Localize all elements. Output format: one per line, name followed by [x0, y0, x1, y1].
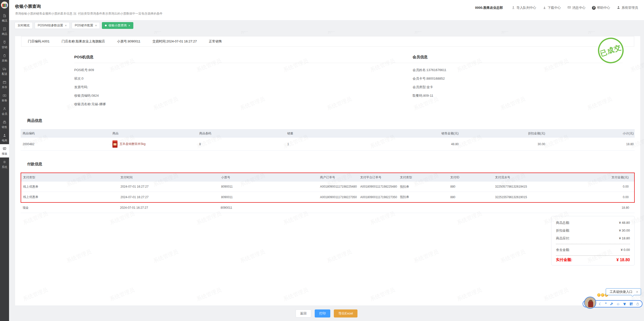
close-icon[interactable]: × [636, 290, 638, 294]
shift-no: 班次:0 [74, 77, 413, 80]
store-code: 门店编码:A001 [28, 39, 50, 44]
sidebar-item-member[interactable]: 会员 [0, 104, 9, 118]
grid-blocks-icon[interactable] [629, 302, 633, 306]
product-cell: 五丰盘锦蟹田米5kg [112, 140, 199, 148]
col-header: 支付金额(元) [601, 175, 634, 180]
sidebar-item-label: 系统 [2, 166, 7, 169]
section-title: 会员信息 [413, 55, 623, 60]
receipt-detail-card: 门店编码:A001 门店名称:殷果农业上海旗舰店 小票号:8090011 交易时… [15, 36, 640, 305]
pay-flow-no: 3225057786132619415 [495, 185, 601, 188]
payment-row-cash: 现金 2024-07-01 16:27:27 8090011 18.80 [21, 203, 635, 213]
sidebar-item-label: 配送 [2, 73, 7, 75]
lock-icon[interactable] [636, 302, 639, 306]
presentation-board-icon [3, 147, 7, 152]
tab-receipt-query[interactable]: 收银小票查询 × [102, 22, 133, 29]
close-icon[interactable]: × [128, 24, 130, 27]
product-table: 商品编码 商品 商品条码 销量 销售金额(元) 折扣金额(元) 小计(元) 20… [21, 129, 635, 151]
import-queue-center-link[interactable]: 导入队列中心 [511, 6, 536, 10]
pay-time: 2024-07-01 16:27:27 [120, 185, 221, 188]
emoji-face-icon [597, 293, 600, 297]
wrench-icon[interactable] [610, 302, 613, 306]
sidebar: 概况 商品 营销 采购 配送 库存 财务 会员 [0, 0, 9, 321]
sidebar-item-label: 会员 [2, 113, 7, 115]
export-excel-button[interactable]: 导出Excel [334, 309, 357, 317]
member-name: 会员姓名:13761676611 [413, 68, 623, 72]
user-avatar[interactable] [584, 297, 596, 309]
trade-time: 交易时间:2024-07-01 16:27:27 [152, 39, 197, 44]
col-header: 销售金额(元) [370, 131, 459, 136]
download-center-link[interactable]: 下载中心 [543, 6, 561, 10]
product-name-link[interactable]: 五丰盘锦蟹田米5kg [119, 142, 145, 146]
quote-icon[interactable]: ” [605, 302, 607, 306]
sidebar-item-system[interactable]: 系统 [0, 157, 9, 171]
watermark-text: 系统管理员 [65, 31, 93, 35]
sidebar-item-label: 报表 [2, 152, 7, 155]
sidebar-item-sales[interactable]: 销售 [0, 118, 9, 131]
member-card-no: 会员卡号:8800168852 [413, 77, 623, 80]
divider [413, 63, 623, 63]
close-icon[interactable]: × [95, 24, 97, 27]
sidebar-item-overview[interactable]: 概况 [0, 11, 9, 24]
receipt-no: 8090011 [221, 195, 320, 199]
mail-icon [567, 6, 571, 10]
dashed-divider [556, 244, 630, 244]
sidebar-item-goods[interactable]: 商品 [0, 24, 9, 38]
toolbox-widget: 工具箱快捷入口 × 英 ☾ ” ☺ [584, 288, 643, 308]
member-type: 会员类型:金卡 [413, 85, 623, 89]
col-header: 支付时间 [120, 175, 221, 180]
sidebar-item-label: 电商 [2, 139, 7, 142]
payment-row: 线上优惠券 2024-07-01 16:27:27 8090011 A00180… [21, 182, 634, 192]
help-icon: ? [592, 6, 596, 10]
watermark-text: 系统管理员 [326, 31, 353, 35]
store-name: 门店名称:殷果农业上海旗舰店 [62, 39, 105, 44]
payment-table-header: 支付类型 支付时间 小票号 商户订单号 支付平台订单号 支付类型 支付ID 支付… [21, 173, 634, 182]
product-section-title: 商品信息 [27, 118, 640, 123]
back-button[interactable]: 返回 [296, 309, 311, 317]
help-center-link[interactable]: ? 帮助中心 [592, 6, 610, 10]
org-name[interactable]: 0000.殷果农业总部 [475, 6, 503, 10]
pay-flow-no: 3225155786132619015 [495, 195, 601, 199]
emoji-face-icon [601, 293, 604, 297]
merchant-order-no: A001809001117198225480 [320, 185, 360, 188]
sidebar-item-ecommerce[interactable]: 电商 [0, 131, 9, 144]
smiley-icon[interactable]: ☺ [616, 302, 620, 306]
truck-icon [3, 67, 7, 72]
product-row: 2000482 五丰盘锦蟹田米5kg 8 1 48.80 30.00 18.80 [21, 138, 635, 151]
col-header: 商品编码 [21, 131, 112, 136]
tab-realtime-overview[interactable]: 实时概览 [15, 22, 33, 29]
app-logo [1, 2, 8, 9]
receipt-no: 8090011 [221, 206, 319, 209]
col-header: 销量 [287, 131, 370, 136]
content-area: 系统管理员系统管理员系统管理员系统管理员系统管理员系统管理员系统管理员系统管理员… [9, 31, 644, 321]
message-center-link[interactable]: 消息中心 [567, 6, 585, 10]
sidebar-item-finance[interactable]: 财务 [0, 91, 9, 104]
col-header: 支付ID [450, 175, 495, 180]
summary-row-discard: 舍去金额: ¥ 0.00 [556, 246, 630, 254]
sidebar-item-marketing[interactable]: 营销 [0, 38, 9, 51]
print-button[interactable]: 打印 [315, 309, 330, 317]
col-header: 商品 [112, 131, 199, 136]
sidebar-item-reports[interactable]: 报表 [0, 144, 9, 157]
tab-pos-hardware[interactable]: POS硬件配置 × [72, 22, 100, 29]
current-user-menu[interactable]: 系统管理员 [617, 6, 638, 10]
watermark-text: 系统管理员 [152, 31, 179, 35]
document-icon [3, 27, 7, 32]
close-icon[interactable]: × [65, 24, 67, 27]
col-header: 支付类型 [400, 175, 450, 180]
sidebar-item-inventory[interactable]: 库存 [0, 78, 9, 91]
platform-order-no: A001809001117198225480 [360, 185, 400, 188]
tab-posini-params[interactable]: POSINI组参数设置 × [35, 22, 70, 29]
member-info-section: 会员信息 会员姓名:13761676611 会员卡号:8800168852 会员… [413, 55, 623, 106]
pay-amount: 0.00 [601, 185, 634, 188]
product-discount-amount: 30.00 [459, 142, 545, 146]
toolbox-tooltip: 工具箱快捷入口 × [606, 288, 641, 295]
moon-icon[interactable]: ☾ [599, 302, 602, 306]
sidebar-item-purchase[interactable]: 采购 [0, 51, 9, 64]
summary-row-paid-total: 实付金额: ¥ 18.80 [556, 257, 630, 262]
sidebar-item-delivery[interactable]: 配送 [0, 64, 9, 78]
product-qty: 1 [287, 142, 370, 146]
amount-summary: 商品总额: ¥ 48.80 折扣金额: ¥ 30.00 商品应付: ¥ 18.8… [551, 216, 635, 265]
shirt-icon[interactable] [623, 302, 626, 306]
divider [74, 63, 413, 63]
col-header: 支付平台订单号 [360, 175, 400, 180]
